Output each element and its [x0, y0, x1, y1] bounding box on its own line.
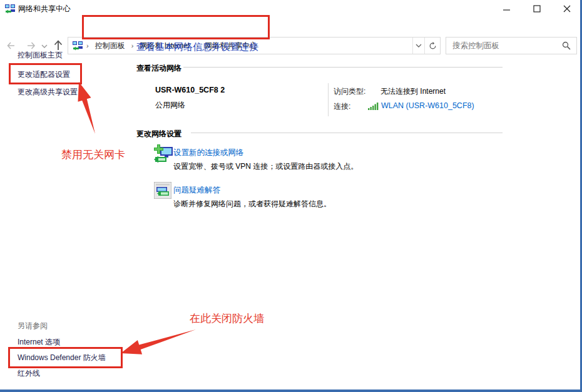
search-icon — [562, 41, 571, 50]
section-divider — [183, 67, 503, 68]
close-button[interactable] — [554, 0, 579, 18]
close-icon — [563, 5, 571, 13]
back-arrow-icon — [6, 39, 19, 52]
network-name: USR-W610_5CF8 2 — [155, 86, 225, 94]
see-also-heading: 另请参阅 — [18, 321, 48, 331]
sidebar-item-infrared[interactable]: 红外线 — [18, 368, 40, 379]
wifi-signal-icon — [368, 103, 379, 110]
window-title: 网络和共享中心 — [18, 0, 71, 18]
refresh-button[interactable] — [424, 38, 440, 54]
arrow-to-adapter-settings — [78, 82, 96, 134]
breadcrumb-chevron-icon: › — [83, 42, 89, 49]
network-location-icon — [73, 41, 83, 51]
maximize-icon — [533, 5, 541, 13]
access-type-label: 访问类型: — [334, 86, 365, 97]
new-connection-icon — [153, 143, 175, 166]
refresh-icon — [429, 42, 437, 50]
network-sharing-center-window: { "window": { "title": "网络和共享中心", "accen… — [0, 0, 582, 392]
address-dropdown-button[interactable] — [412, 38, 424, 54]
search-box — [446, 37, 577, 54]
network-category: 公用网络 — [155, 100, 185, 111]
sidebar-item-internet-options[interactable]: Internet 选项 — [18, 337, 60, 348]
search-input[interactable] — [446, 41, 562, 50]
connections-label: 连接: — [334, 101, 350, 112]
minimize-icon — [503, 5, 511, 13]
network-app-icon — [5, 4, 15, 14]
sidebar-item-change-advanced-sharing[interactable]: 更改高级共享设置 — [18, 87, 78, 98]
sidebar-item-change-adapter-settings[interactable]: 更改适配器设置 — [18, 69, 70, 80]
section-divider — [191, 133, 503, 133]
annotation-arrows — [0, 0, 582, 392]
setup-new-connection-link[interactable]: 设置新的连接或网络 — [173, 148, 244, 158]
network-info-divider — [328, 83, 329, 116]
minimize-button[interactable] — [494, 0, 519, 18]
sidebar-item-control-panel-home[interactable]: 控制面板主页 — [18, 50, 63, 61]
back-button[interactable] — [6, 39, 19, 54]
troubleshoot-icon — [154, 182, 171, 199]
maximize-button[interactable] — [524, 0, 549, 18]
setup-new-connection-desc: 设置宽带、拨号或 VPN 连接；或设置路由器或接入点。 — [173, 161, 358, 172]
wlan-connection-link[interactable]: WLAN (USR-W610_5CF8) — [381, 101, 474, 110]
title-bar: 网络和共享中心 — [0, 0, 582, 18]
troubleshoot-problems-link[interactable]: 问题疑难解答 — [173, 185, 220, 196]
annotation-note-disable-adapters: 禁用无关网卡 — [61, 148, 125, 162]
breadcrumb-control-panel[interactable]: 控制面板 — [89, 41, 131, 51]
chevron-down-icon — [41, 43, 48, 49]
active-networks-section-title: 查看活动网络 — [136, 63, 181, 74]
page-title: 查看基本网络信息并设置连接 — [136, 41, 258, 53]
troubleshoot-problems-desc: 诊断并修复网络问题，或者获得疑难解答信息。 — [173, 199, 331, 209]
sidebar-item-windows-defender-firewall[interactable]: Windows Defender 防火墙 — [18, 353, 106, 363]
change-network-settings-section-title: 更改网络设置 — [136, 129, 181, 139]
arrow-to-firewall — [121, 329, 196, 354]
annotation-note-close-firewall: 在此关闭防火墙 — [190, 311, 264, 326]
window-border — [0, 389, 582, 392]
access-type-value: 无法连接到 Internet — [380, 86, 446, 97]
navigation-toolbar: › 控制面板 › 网络和 Internet › 网络和共享中心 — [0, 18, 582, 39]
chevron-down-icon — [416, 43, 422, 48]
